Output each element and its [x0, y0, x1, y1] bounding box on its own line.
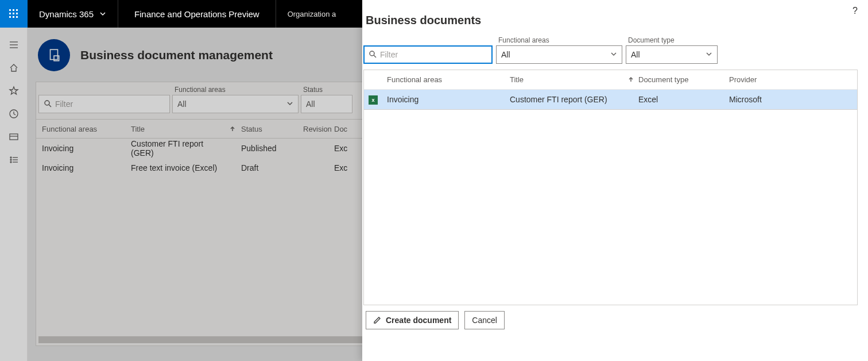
svg-point-11: [10, 162, 11, 163]
sort-asc-icon[interactable]: [224, 125, 235, 133]
panel-th-fa[interactable]: Functional areas: [385, 75, 510, 84]
bg-status-label: Status: [301, 86, 352, 95]
bg-th-revision[interactable]: Revision: [297, 125, 328, 133]
pencil-icon: [373, 316, 381, 324]
chevron-down-icon: [286, 99, 293, 109]
bg-status-value: All: [306, 99, 315, 109]
panel-filter-input[interactable]: Filter: [363, 45, 493, 64]
bg-fa-value: All: [177, 99, 187, 109]
svg-line-16: [49, 105, 51, 107]
excel-icon: x: [369, 95, 378, 105]
svg-point-9: [10, 159, 11, 160]
chevron-down-icon: [706, 50, 712, 59]
panel-th-provider[interactable]: Provider: [729, 75, 857, 84]
bg-filter-placeholder: Filter: [55, 99, 73, 109]
panel-table-empty-area: [363, 110, 858, 305]
panel-table-header: Functional areas Title Document type Pro…: [364, 70, 857, 90]
page-title: Business document management: [80, 48, 273, 62]
bg-row-fa: Invoicing: [36, 163, 125, 172]
svg-rect-5: [10, 134, 18, 140]
environment-label: Finance and Operations Preview: [118, 0, 276, 28]
home-button[interactable]: [0, 56, 28, 79]
panel-footer: Create document Cancel: [363, 305, 858, 337]
help-button[interactable]: ?: [852, 6, 858, 16]
panel-doctype-value: All: [631, 50, 640, 59]
bg-row-status: Published: [235, 144, 297, 153]
svg-line-18: [374, 55, 376, 57]
chevron-down-icon: [99, 9, 106, 19]
bg-filter-input[interactable]: Filter: [38, 95, 170, 113]
panel-doctype-select[interactable]: All: [626, 45, 718, 64]
bg-th-status[interactable]: Status: [235, 125, 297, 133]
panel-filter-row: Filter Functional areas All Document typ…: [363, 36, 858, 64]
business-documents-panel: ? Business documents Filter Functional a…: [362, 0, 868, 361]
panel-th-title[interactable]: Title: [510, 75, 623, 84]
panel-fa-value: All: [501, 50, 510, 59]
app-name-label: Dynamics 365: [39, 9, 94, 19]
bg-th-title[interactable]: Title: [125, 125, 224, 133]
modules-button[interactable]: [0, 148, 28, 171]
bg-status-select[interactable]: All: [301, 95, 352, 113]
breadcrumb-text: Organization a: [288, 10, 336, 18]
panel-doctype-label: Document type: [626, 36, 718, 45]
svg-marker-3: [10, 87, 18, 94]
bg-row-fa: Invoicing: [36, 144, 125, 153]
search-icon: [44, 99, 52, 109]
cancel-label: Cancel: [472, 316, 497, 325]
bg-row-title: Free text invoice (Excel): [125, 163, 224, 172]
svg-rect-14: [54, 56, 59, 61]
workspaces-button[interactable]: [0, 125, 28, 148]
panel-row-doctype: Excel: [638, 95, 729, 104]
panel-row-fa: Invoicing: [385, 95, 510, 104]
waffle-icon: [9, 9, 18, 18]
panel-table: Functional areas Title Document type Pro…: [363, 70, 858, 110]
svg-point-17: [370, 51, 374, 56]
panel-fa-select[interactable]: All: [496, 45, 622, 64]
left-nav-rail: [0, 28, 28, 361]
breadcrumb[interactable]: Organization a: [276, 0, 348, 28]
panel-fa-label: Functional areas: [496, 36, 622, 45]
chevron-down-icon: [610, 50, 617, 59]
svg-point-15: [45, 101, 49, 105]
create-document-label: Create document: [386, 316, 451, 325]
bg-th-functional-areas[interactable]: Functional areas: [36, 125, 125, 133]
table-row[interactable]: x Invoicing Customer FTI report (GER) Ex…: [364, 90, 857, 109]
bg-row-title: Customer FTI report (GER): [125, 139, 224, 158]
nav-expand-button[interactable]: [0, 33, 28, 56]
page-icon: [38, 39, 70, 71]
svg-point-7: [10, 157, 11, 158]
panel-row-title: Customer FTI report (GER): [510, 95, 623, 104]
bg-functional-areas-label: Functional areas: [172, 86, 299, 95]
create-document-button[interactable]: Create document: [366, 311, 459, 329]
panel-title: Business documents: [363, 0, 858, 36]
sort-asc-icon[interactable]: [623, 75, 638, 84]
panel-row-provider: Microsoft: [729, 95, 857, 104]
recent-button[interactable]: [0, 102, 28, 125]
env-name-text: Finance and Operations Preview: [134, 9, 259, 19]
bg-functional-areas-select[interactable]: All: [172, 95, 299, 113]
favorites-button[interactable]: [0, 79, 28, 102]
panel-filter-placeholder: Filter: [380, 50, 398, 59]
app-launcher-button[interactable]: [0, 0, 28, 28]
panel-th-doctype[interactable]: Document type: [638, 75, 729, 84]
app-name-dropdown[interactable]: Dynamics 365: [28, 0, 118, 28]
search-icon: [369, 50, 377, 60]
cancel-button[interactable]: Cancel: [464, 311, 505, 329]
bg-row-status: Draft: [235, 163, 297, 172]
